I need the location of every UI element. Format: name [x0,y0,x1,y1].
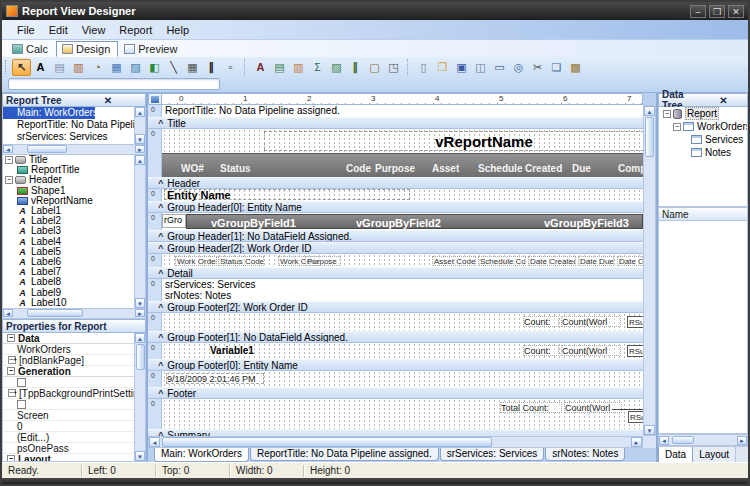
band-separator-group-footer2[interactable]: Group Footer[2]: Work Order ID [148,301,643,313]
band-separator-summary[interactable]: Summary [148,429,643,436]
collapse-icon[interactable] [7,455,15,462]
tree-node-label10[interactable]: Label10 [3,298,145,308]
group-by-field1[interactable]: vGroupByField1 [211,217,296,229]
property-checkbox-row[interactable] [3,377,145,388]
column-header[interactable]: Purpose [375,163,415,174]
collapse-icon[interactable] [7,367,15,375]
property-value-workorders[interactable]: WorkOrders [3,344,145,355]
column-header[interactable]: Status [220,163,251,174]
count-value-field[interactable]: Count(Worl [561,345,621,356]
save-icon[interactable] [452,59,471,76]
menu-file[interactable]: File [10,22,42,38]
property-backgroundprintsettings[interactable]: +[TppBackgroundPrintSettings] [3,388,145,399]
scroll-up-arrow[interactable] [135,333,145,343]
scroll-down-arrow[interactable] [135,451,145,461]
dbtext-field[interactable]: Purpose [305,256,341,266]
designer-tab-srservices[interactable]: srServices: Services [440,448,545,461]
dbtext-field[interactable]: Asset Code [432,256,476,266]
data-node-workorders[interactable]: WorkOrders [659,120,747,133]
print-icon[interactable] [490,59,509,76]
band-separator-group-header2[interactable]: Group Header[2]: Work Order ID [148,242,643,254]
select-tool-icon[interactable] [12,59,31,76]
maximize-button[interactable] [709,5,725,18]
tree-node-header-band[interactable]: Header [3,175,145,185]
srnotes-subreport-band[interactable]: srNotes: Notes [162,290,643,301]
menu-help[interactable]: Help [159,22,196,38]
expand-icon[interactable]: + [8,356,16,364]
tree-node-label6[interactable]: Label6 [3,257,145,267]
group-by-field2[interactable]: vGroupByField2 [356,217,441,229]
variable1-field[interactable]: Variable1 [210,345,254,356]
total-count-value-field[interactable]: Count(Worl [564,402,622,413]
scroll-left-arrow[interactable] [149,437,160,447]
tree-node-label9[interactable]: Label9 [3,287,145,297]
report-name-variable[interactable]: vReportName [264,131,643,151]
scroll-right-arrow[interactable] [135,145,145,153]
property-value-zero[interactable]: 0 [3,421,145,432]
scroll-left-arrow[interactable] [659,436,669,445]
checkbox-tool-icon[interactable] [221,59,240,76]
property-ndblankpage[interactable]: +[ndBlankPage] [3,355,145,366]
band-separator-title[interactable]: Title [148,117,643,129]
column-header[interactable]: Due [572,163,591,174]
group-by-field3[interactable]: vGroupByField3 [544,217,629,229]
copy-icon[interactable] [547,59,566,76]
footer-band[interactable]: Total Count: Count(Worl RSu [162,399,643,429]
title-band[interactable]: vReportName [162,129,643,153]
dbimage-tool-icon[interactable] [327,59,346,76]
group-header0-band[interactable]: Entity Name [162,189,643,201]
menu-edit[interactable]: Edit [42,22,75,38]
tree-node-label2[interactable]: Label2 [3,216,145,226]
count-label-field[interactable]: Count: [523,345,559,356]
scroll-down-arrow[interactable] [644,425,655,435]
column-header[interactable]: WO# [181,163,204,174]
scroll-up-arrow[interactable] [644,106,655,116]
data-node-services[interactable]: Services [659,133,747,146]
cut-icon[interactable] [528,59,547,76]
subreport-tool-icon[interactable] [384,59,403,76]
dbtext-field[interactable]: Schedule Cod [478,256,526,266]
data-node-notes[interactable]: Notes [659,146,747,159]
data-node-report[interactable]: Report [659,107,747,120]
property-value-psonepass[interactable]: psOnePass [3,443,145,454]
pipeline-item-reporttitle[interactable]: ReportTitle: No Data Pipeline a [3,119,145,131]
pipeline-tree-vscrollbar[interactable] [134,107,145,144]
summary-line[interactable] [612,409,643,410]
scroll-right-arrow[interactable] [737,436,747,445]
band-separator-group-footer0[interactable]: Group Footer[0]: Entity Name [148,359,643,371]
dbbarcode-tool-icon[interactable] [346,59,365,76]
property-section-data[interactable]: Data [3,333,145,344]
property-section-layout[interactable]: Layout [3,454,145,462]
datetime-system-variable[interactable]: 9/18/2009 2:01:46 PM [166,373,264,384]
scrollbar-thumb[interactable] [27,309,83,317]
tree-node-reporttitle[interactable]: ReportTitle [3,165,145,175]
pipeline-item-main[interactable]: Main: WorkOrders [3,107,95,119]
running-sum-field[interactable]: RSu [627,345,643,357]
property-checkbox-row[interactable] [3,399,145,410]
tab-layout[interactable]: Layout [693,447,736,462]
scrollbar-thumb[interactable] [672,436,694,444]
groupby-bar-band[interactable]: rGro vGroupByField1 vGroupByField2 vGrou… [162,213,643,230]
column-header[interactable]: Created [525,163,562,174]
image-tool-icon[interactable] [126,59,145,76]
collapse-icon[interactable] [7,334,15,342]
properties-vscrollbar[interactable] [134,333,145,461]
group-footer1-band[interactable]: Variable1 Count: Count(Worl RSu [162,343,643,359]
dbtext-field[interactable]: Work Order [175,256,217,266]
dbtext-field[interactable]: Status Code [218,256,264,266]
scroll-left-arrow[interactable] [3,309,13,317]
scroll-right-arrow[interactable] [135,309,145,317]
header-shape-bar[interactable]: WO# Status Code Purpose Asset Schedule C… [162,153,643,177]
close-button[interactable] [728,5,744,18]
band-separator-detail[interactable]: Detail [148,267,643,279]
region-tool-icon[interactable] [365,59,384,76]
column-header[interactable]: Schedule [478,163,522,174]
property-value-edit[interactable]: (Edit...) [3,432,145,443]
menu-view[interactable]: View [75,22,113,38]
band-separator-group-header0[interactable]: Group Header[0]: Entity Name [148,201,643,213]
running-sum-field[interactable]: RSu [627,316,643,328]
tab-data[interactable]: Data [658,447,693,462]
new-report-icon[interactable] [414,59,433,76]
reporttitle-subreport-band[interactable]: ReportTitle: No Data Pipeline assigned. [162,105,643,117]
expand-icon[interactable]: + [8,389,16,397]
